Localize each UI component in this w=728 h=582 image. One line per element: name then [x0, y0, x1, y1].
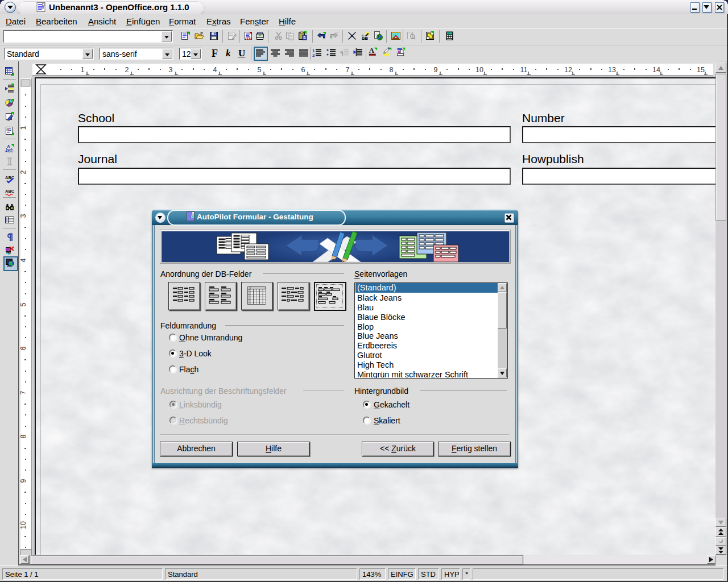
svg-text:3: 3 [20, 214, 27, 218]
svg-text:2: 2 [312, 53, 315, 57]
svg-text:12: 12 [564, 66, 572, 74]
svg-text:8: 8 [20, 434, 27, 438]
svg-text:6: 6 [301, 66, 305, 74]
svg-text:5: 5 [20, 302, 27, 306]
svg-text:8: 8 [390, 66, 394, 74]
svg-text:7: 7 [20, 390, 27, 394]
svg-text:A: A [369, 47, 375, 55]
svg-text:g: g [398, 49, 400, 54]
svg-text:9: 9 [20, 479, 27, 483]
svg-text:5: 5 [258, 66, 262, 74]
svg-text:9: 9 [434, 66, 438, 74]
svg-text:10: 10 [20, 521, 27, 529]
svg-text:13: 13 [608, 66, 616, 74]
svg-text:4: 4 [20, 258, 27, 262]
svg-text:15: 15 [697, 66, 705, 74]
svg-text:11: 11 [520, 66, 528, 74]
svg-text:6: 6 [20, 346, 27, 350]
svg-text:4: 4 [213, 66, 217, 74]
svg-text:14: 14 [652, 66, 660, 74]
svg-text:A: A [7, 144, 10, 148]
svg-text:7: 7 [346, 66, 350, 74]
svg-text:1: 1 [20, 126, 27, 130]
svg-text:3: 3 [169, 66, 173, 74]
svg-text:10: 10 [475, 66, 483, 74]
svg-text:2: 2 [20, 170, 27, 174]
svg-text:1: 1 [81, 66, 85, 74]
svg-text:ABC: ABC [5, 189, 14, 194]
svg-text:2: 2 [125, 66, 129, 74]
